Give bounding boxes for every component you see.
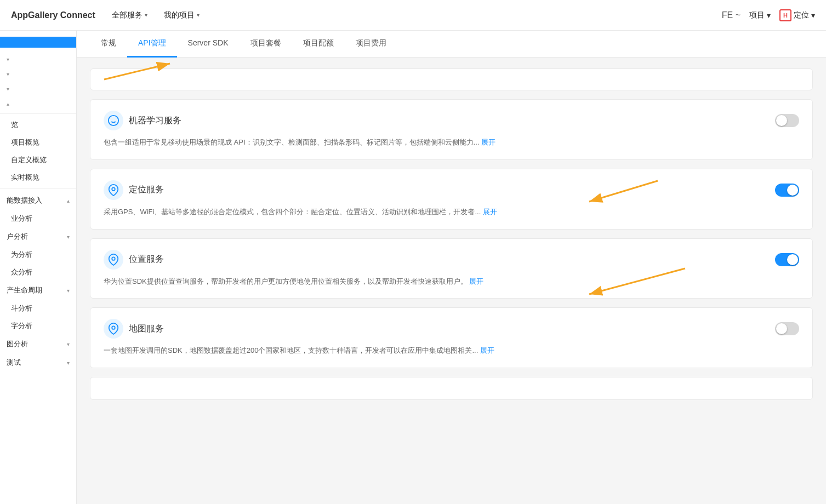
position-toggle-track[interactable] bbox=[775, 253, 799, 266]
map-service-desc: 一套地图开发调用的SDK，地图数据覆盖超过200个国家和地区，支持数十种语言，开… bbox=[104, 345, 799, 357]
my-projects-menu[interactable]: 我的项目 ▾ bbox=[164, 8, 200, 22]
main-content: 常规 API管理 Server SDK 项目套餐 项目配额 项目费用 bbox=[77, 31, 826, 504]
all-services-label: 全部服务 bbox=[112, 10, 143, 20]
chevron-down-icon: ▾ bbox=[7, 71, 9, 77]
sidebar-item-crowd-analysis[interactable]: 众分析 bbox=[0, 264, 76, 281]
service-card-partial-bottom bbox=[90, 377, 813, 400]
all-services-chevron-icon: ▾ bbox=[145, 12, 147, 18]
map-toggle[interactable] bbox=[775, 322, 799, 335]
service-title-location: 定位服务 bbox=[104, 180, 164, 200]
content-area: 机器学习服务 包含一组适用于常见移动使用场景的现成 API：识别文字、检测面部、… bbox=[77, 58, 826, 420]
sidebar-item-realtime-overview[interactable]: 实时概览 bbox=[0, 169, 76, 186]
tab-project-cost[interactable]: 项目费用 bbox=[345, 31, 397, 58]
map-service-icon bbox=[104, 319, 123, 339]
sidebar-label: 测试 bbox=[7, 358, 21, 368]
sidebar-item-project-overview[interactable]: 项目概览 bbox=[0, 134, 76, 151]
tab-general[interactable]: 常规 bbox=[90, 31, 127, 58]
sidebar-top-button[interactable] bbox=[0, 37, 76, 48]
sidebar-item-data-import[interactable]: 能数据接入 ▴ bbox=[0, 191, 76, 210]
sidebar-label: 图分析 bbox=[7, 339, 28, 349]
chevron-down-icon: ▾ bbox=[7, 56, 9, 62]
sidebar-item-custom-overview[interactable]: 自定义概览 bbox=[0, 151, 76, 169]
service-card-partial bbox=[90, 68, 813, 90]
service-title-position: 位置服务 bbox=[104, 250, 164, 270]
service-header-position: 位置服务 bbox=[104, 250, 799, 270]
tab-project-quota[interactable]: 项目配额 bbox=[292, 31, 345, 58]
sidebar-item-game-analysis[interactable]: 斗分析 bbox=[0, 300, 76, 317]
svg-point-4 bbox=[112, 257, 115, 260]
position-service-name: 位置服务 bbox=[129, 254, 164, 265]
chevron-down-icon: ▾ bbox=[67, 341, 70, 347]
tab-api[interactable]: API管理 bbox=[127, 31, 177, 58]
tab-server-sdk[interactable]: Server SDK bbox=[177, 31, 240, 58]
position-service-icon bbox=[104, 250, 123, 270]
position-expand-link[interactable]: 展开 bbox=[469, 277, 483, 285]
project-chevron-icon: ▾ bbox=[767, 11, 771, 20]
fe-badge: FE ~ bbox=[722, 10, 740, 20]
my-projects-label: 我的项目 bbox=[164, 10, 195, 20]
chevron-down-icon: ▾ bbox=[7, 86, 9, 92]
sidebar-item-testing[interactable]: 测试 ▾ bbox=[0, 353, 76, 372]
service-title-map: 地图服务 bbox=[104, 319, 164, 339]
sidebar-divider-2 bbox=[0, 188, 76, 189]
my-projects-chevron-icon: ▾ bbox=[197, 12, 200, 18]
ml-service-icon bbox=[104, 111, 123, 130]
position-toggle[interactable] bbox=[775, 253, 799, 266]
sidebar-label: 能数据接入 bbox=[7, 196, 42, 205]
tabs-bar: 常规 API管理 Server SDK 项目套餐 项目配额 项目费用 bbox=[77, 31, 826, 58]
service-card-position: 位置服务 华为位置SDK提供位置查询服务，帮助开发者的用户更加方便地使用位置相关… bbox=[90, 238, 813, 299]
position-toggle-thumb bbox=[787, 254, 798, 265]
app-chevron-icon: ▾ bbox=[811, 11, 815, 20]
service-card-ml: 机器学习服务 包含一组适用于常见移动使用场景的现成 API：识别文字、检测面部、… bbox=[90, 99, 813, 160]
ml-service-name: 机器学习服务 bbox=[129, 115, 181, 127]
ml-service-desc: 包含一组适用于常见移动使用场景的现成 API：识别文字、检测面部、扫描条形码、标… bbox=[104, 137, 799, 148]
sidebar-item-map-analysis[interactable]: 图分析 ▾ bbox=[0, 335, 76, 353]
location-service-name: 定位服务 bbox=[129, 184, 164, 196]
sidebar-item-behavior-analysis[interactable]: 为分析 bbox=[0, 246, 76, 264]
app-selector[interactable]: H 定位 ▾ bbox=[779, 9, 815, 21]
chevron-down-icon: ▾ bbox=[67, 360, 70, 366]
tab-project-suite[interactable]: 项目套餐 bbox=[240, 31, 292, 58]
location-toggle[interactable] bbox=[775, 184, 799, 197]
sidebar-item-business-analysis[interactable]: 业分析 bbox=[0, 210, 76, 227]
location-toggle-thumb bbox=[787, 185, 798, 196]
project-icon: H bbox=[779, 9, 791, 21]
map-toggle-track[interactable] bbox=[775, 322, 799, 335]
map-toggle-thumb bbox=[776, 323, 787, 334]
sidebar-collapse-2[interactable]: ▾ bbox=[0, 67, 76, 82]
ml-toggle[interactable] bbox=[775, 114, 799, 127]
top-navigation: AppGallery Connect 全部服务 ▾ 我的项目 ▾ FE ~ 项目… bbox=[0, 0, 826, 31]
main-layout: ▾ ▾ ▾ ▴ 览 项目概览 自定义概览 实时概览 能数据接入 ▴ 业分析 户分… bbox=[0, 31, 826, 504]
location-toggle-track[interactable] bbox=[775, 184, 799, 197]
svg-point-5 bbox=[112, 327, 115, 330]
app-name-label: 定位 bbox=[794, 10, 809, 20]
ml-toggle-thumb bbox=[776, 115, 787, 126]
ml-expand-link[interactable]: 展开 bbox=[481, 138, 495, 146]
sidebar-item-text-analysis[interactable]: 字分析 bbox=[0, 317, 76, 335]
service-header-location: 定位服务 bbox=[104, 180, 799, 200]
sidebar-label: 户分析 bbox=[7, 232, 28, 242]
project-selector[interactable]: 项目 ▾ bbox=[749, 10, 771, 20]
location-service-desc: 采用GPS、WiFi、基站等多途径的混合定位模式，包含四个部分：融合定位、位置语… bbox=[104, 207, 799, 218]
chevron-up-icon: ▴ bbox=[67, 198, 70, 204]
sidebar-collapse-4[interactable]: ▴ bbox=[0, 96, 76, 111]
ml-toggle-track[interactable] bbox=[775, 114, 799, 127]
svg-point-0 bbox=[109, 116, 118, 125]
location-expand-link[interactable]: 展开 bbox=[483, 208, 497, 216]
service-title-ml: 机器学习服务 bbox=[104, 111, 181, 130]
sidebar-item-overview-short[interactable]: 览 bbox=[0, 116, 76, 134]
sidebar-collapse-3[interactable]: ▾ bbox=[0, 82, 76, 96]
sidebar: ▾ ▾ ▾ ▴ 览 项目概览 自定义概览 实时概览 能数据接入 ▴ 业分析 户分… bbox=[0, 31, 77, 504]
chevron-down-icon: ▾ bbox=[67, 288, 70, 294]
sidebar-divider bbox=[0, 113, 76, 114]
service-header-map: 地图服务 bbox=[104, 319, 799, 339]
sidebar-collapse-1[interactable]: ▾ bbox=[0, 52, 76, 67]
position-service-desc: 华为位置SDK提供位置查询服务，帮助开发者的用户更加方便地使用位置相关服务，以及… bbox=[104, 276, 799, 288]
sidebar-item-lifecycle[interactable]: 产生命周期 ▾ bbox=[0, 281, 76, 300]
chevron-up-icon: ▴ bbox=[7, 101, 9, 107]
all-services-menu[interactable]: 全部服务 ▾ bbox=[112, 8, 147, 22]
svg-point-3 bbox=[112, 187, 115, 191]
chevron-down-icon: ▾ bbox=[67, 234, 70, 240]
map-expand-link[interactable]: 展开 bbox=[480, 346, 494, 354]
sidebar-item-user-analysis[interactable]: 户分析 ▾ bbox=[0, 227, 76, 246]
